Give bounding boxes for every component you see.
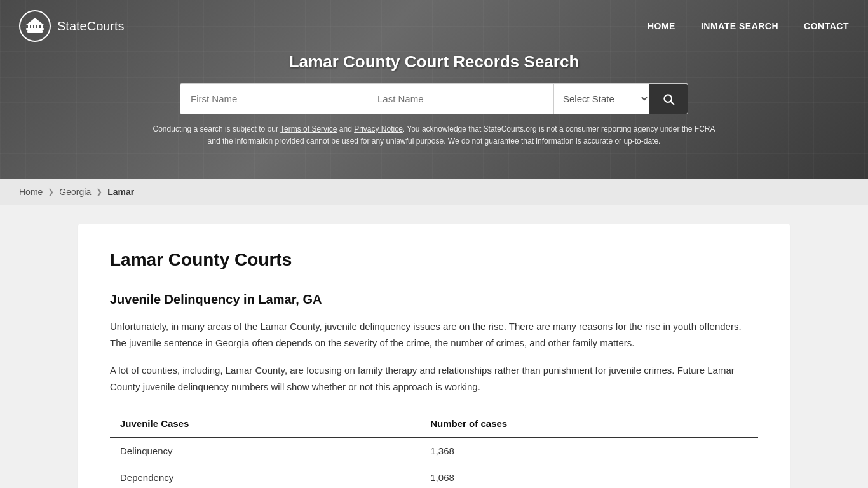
breadcrumb-sep-1: ❯	[48, 187, 54, 196]
case-type: Dependency	[110, 464, 420, 488]
case-count: 1,068	[420, 464, 758, 488]
terms-link[interactable]: Terms of Service	[280, 125, 337, 133]
table-header-row: Juvenile Cases Number of cases	[110, 410, 758, 437]
nav-contact[interactable]: CONTACT	[804, 21, 849, 31]
svg-rect-4	[31, 25, 33, 29]
data-table: Juvenile Cases Number of cases Delinquen…	[110, 410, 758, 488]
section-title: Juvenile Delinquency in Lamar, GA	[110, 292, 758, 307]
svg-rect-6	[37, 25, 39, 29]
search-bar: Select StateAlabamaAlaskaArizonaArkansas…	[180, 83, 688, 114]
case-count: 1,368	[420, 437, 758, 464]
last-name-input[interactable]	[367, 84, 553, 114]
col1-header: Juvenile Cases	[110, 410, 420, 437]
logo-icon	[19, 10, 51, 42]
state-select-wrap: Select StateAlabamaAlaskaArizonaArkansas…	[553, 84, 649, 114]
page-title: Lamar County Courts	[110, 250, 758, 270]
svg-rect-3	[28, 25, 30, 29]
disclaimer-text: Conducting a search is subject to our Te…	[148, 123, 720, 147]
nav-inmate-search[interactable]: INMATE SEARCH	[701, 21, 778, 31]
paragraph-2: A lot of counties, including, Lamar Coun…	[110, 362, 758, 395]
nav-links: HOME INMATE SEARCH CONTACT	[648, 21, 849, 31]
table-row: Dependency1,068	[110, 464, 758, 488]
breadcrumb-state[interactable]: Georgia	[59, 187, 91, 197]
breadcrumb-home[interactable]: Home	[19, 187, 43, 197]
navigation: StateCourts HOME INMATE SEARCH CONTACT	[0, 0, 868, 52]
header: StateCourts HOME INMATE SEARCH CONTACT L…	[0, 0, 868, 179]
case-type: Delinquency	[110, 437, 420, 464]
content-card: Lamar County Courts Juvenile Delinquency…	[78, 224, 790, 488]
paragraph-1: Unfortunately, in many areas of the Lama…	[110, 318, 758, 351]
breadcrumb-sep-2: ❯	[96, 187, 102, 196]
col2-header: Number of cases	[420, 410, 758, 437]
svg-rect-7	[41, 25, 43, 29]
first-name-input[interactable]	[180, 84, 367, 114]
logo-text: StateCourts	[57, 19, 125, 34]
breadcrumb-current: Lamar	[107, 187, 134, 197]
svg-rect-0	[27, 30, 43, 33]
svg-marker-2	[26, 18, 44, 25]
main-content: Lamar County Courts Juvenile Delinquency…	[65, 205, 803, 488]
table-row: Delinquency1,368	[110, 437, 758, 464]
svg-line-9	[671, 101, 674, 104]
breadcrumb: Home ❯ Georgia ❯ Lamar	[0, 179, 868, 205]
search-section: Lamar County Court Records Search Select…	[0, 52, 868, 160]
state-select[interactable]: Select StateAlabamaAlaskaArizonaArkansas…	[554, 84, 649, 114]
svg-rect-5	[34, 25, 36, 29]
nav-home[interactable]: HOME	[648, 21, 675, 31]
logo-link[interactable]: StateCourts	[19, 10, 125, 42]
privacy-link[interactable]: Privacy Notice	[354, 125, 403, 133]
search-button[interactable]	[649, 84, 688, 114]
search-title: Lamar County Court Records Search	[13, 52, 855, 72]
